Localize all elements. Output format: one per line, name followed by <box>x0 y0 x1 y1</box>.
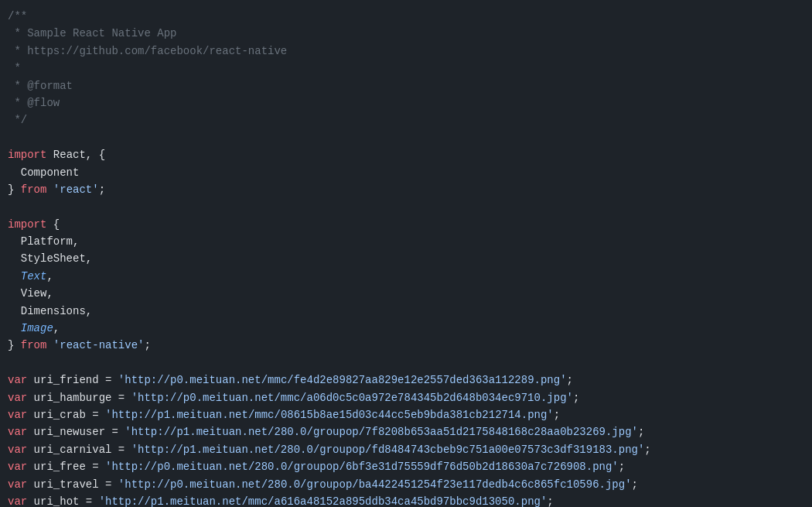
code-token: uri_hamburge = <box>27 389 131 406</box>
code-line: var uri_crab = 'http://p1.meituan.net/mm… <box>0 406 812 423</box>
code-token: var <box>8 372 27 389</box>
code-token: * Sample React Native App <box>8 25 176 42</box>
code-editor: /** * Sample React Native App * https://… <box>0 0 812 507</box>
code-line: var uri_carnival = 'http://p1.meituan.ne… <box>0 441 812 458</box>
code-token: 'react' <box>53 181 99 198</box>
code-line <box>0 198 812 215</box>
code-line <box>0 129 812 146</box>
code-token: ; <box>644 441 650 458</box>
code-token: Component <box>8 164 79 181</box>
code-token: var <box>8 493 27 507</box>
code-token: * @flow <box>8 94 60 111</box>
code-token: var <box>8 476 27 493</box>
code-token: from <box>21 337 47 354</box>
code-token: uri_crab = <box>27 406 105 423</box>
code-token: ; <box>144 337 150 354</box>
code-token: uri_travel = <box>27 476 118 493</box>
code-token: 'http://p1.meituan.net/mmc/a616a48152a89… <box>99 493 548 507</box>
code-token: 'http://p1.meituan.net/280.0/groupop/7f8… <box>125 423 638 440</box>
code-token: * @format <box>8 77 73 94</box>
code-token <box>46 181 53 198</box>
code-line: */ <box>0 111 812 128</box>
code-line: * Sample React Native App <box>0 25 812 42</box>
code-token: , <box>53 320 60 337</box>
code-token: } <box>8 337 21 354</box>
code-token: ; <box>632 476 638 493</box>
code-token: ; <box>567 372 573 389</box>
code-line: * <box>0 60 812 77</box>
code-line: var uri_travel = 'http://p0.meituan.net/… <box>0 476 812 493</box>
code-token <box>8 198 14 215</box>
code-line: View, <box>0 285 812 302</box>
code-token: 'http://p0.meituan.net/280.0/groupop/6bf… <box>105 458 619 475</box>
code-token: from <box>21 181 47 198</box>
code-line: var uri_newuser = 'http://p1.meituan.net… <box>0 423 812 440</box>
code-token: import <box>8 216 46 233</box>
code-token: 'http://p1.meituan.net/mmc/08615b8ae15d0… <box>105 406 554 423</box>
code-token <box>46 337 53 354</box>
code-token: uri_friend = <box>27 372 118 389</box>
code-token: Image <box>8 320 53 337</box>
code-token <box>8 129 14 146</box>
code-token: ; <box>99 181 105 198</box>
code-line: Image, <box>0 320 812 337</box>
code-line: Platform, <box>0 233 812 250</box>
code-token: { <box>46 216 60 233</box>
code-token: */ <box>8 111 27 128</box>
code-token: import <box>8 146 46 163</box>
code-line: var uri_hot = 'http://p1.meituan.net/mmc… <box>0 493 812 507</box>
code-line: import { <box>0 216 812 233</box>
code-token: * https://github.com/facebook/react-nati… <box>8 43 287 60</box>
code-token: * <box>8 60 21 77</box>
code-line: StyleSheet, <box>0 250 812 267</box>
code-token <box>8 355 14 372</box>
code-token: /** <box>8 8 27 25</box>
code-token: 'http://p1.meituan.net/280.0/groupop/fd8… <box>131 441 645 458</box>
code-token: ; <box>573 389 579 406</box>
code-line: Dimensions, <box>0 303 812 320</box>
code-line: var uri_free = 'http://p0.meituan.net/28… <box>0 458 812 475</box>
code-line: var uri_friend = 'http://p0.meituan.net/… <box>0 372 812 389</box>
code-token: React, { <box>46 146 105 163</box>
code-token: 'http://p0.meituan.net/mmc/fe4d2e89827aa… <box>118 372 567 389</box>
code-token: var <box>8 406 27 423</box>
code-token: 'http://p0.meituan.net/280.0/groupop/ba4… <box>118 476 632 493</box>
code-token: 'http://p0.meituan.net/mmc/a06d0c5c0a972… <box>131 389 573 406</box>
code-line: * @format <box>0 77 812 94</box>
code-token: } <box>8 181 21 198</box>
code-token: Dimensions, <box>8 303 92 320</box>
code-token: , <box>46 268 53 285</box>
code-token: ; <box>554 406 560 423</box>
code-line <box>0 355 812 372</box>
code-line: } from 'react'; <box>0 181 812 198</box>
code-line: Component <box>0 164 812 181</box>
code-token: ; <box>547 493 553 507</box>
code-token: Platform, <box>8 233 79 250</box>
code-token: var <box>8 441 27 458</box>
code-token: StyleSheet, <box>8 250 92 267</box>
code-line: * https://github.com/facebook/react-nati… <box>0 43 812 60</box>
code-line: import React, { <box>0 146 812 163</box>
code-line: /** <box>0 8 812 25</box>
code-token: var <box>8 423 27 440</box>
code-line: * @flow <box>0 94 812 111</box>
code-token: uri_newuser = <box>27 423 125 440</box>
code-token: uri_carnival = <box>27 441 131 458</box>
code-token: 'react-native' <box>53 337 145 354</box>
code-token: ; <box>619 458 625 475</box>
code-token: View, <box>8 285 53 302</box>
code-token: ; <box>638 423 644 440</box>
code-token: Text <box>8 268 46 285</box>
code-token: var <box>8 389 27 406</box>
code-token: uri_free = <box>27 458 105 475</box>
code-token: var <box>8 458 27 475</box>
code-line: } from 'react-native'; <box>0 337 812 354</box>
code-token: uri_hot = <box>27 493 98 507</box>
code-line: var uri_hamburge = 'http://p0.meituan.ne… <box>0 389 812 406</box>
code-line: Text, <box>0 268 812 285</box>
